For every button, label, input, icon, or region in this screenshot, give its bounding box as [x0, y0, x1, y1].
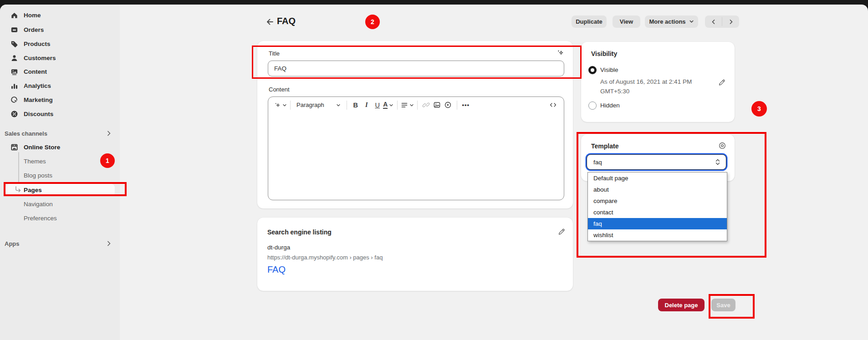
- title-input[interactable]: [268, 61, 564, 76]
- link-icon[interactable]: [421, 99, 432, 111]
- italic-button[interactable]: I: [361, 99, 372, 111]
- page-title: FAQ: [277, 16, 296, 26]
- sidebar-item-orders[interactable]: Orders: [5, 24, 115, 36]
- toolbar-divider: [290, 101, 291, 110]
- dropdown-option-faq-highlighted[interactable]: faq: [588, 218, 727, 229]
- visibility-heading: Visibility: [591, 50, 617, 57]
- duplicate-button[interactable]: Duplicate: [572, 15, 607, 28]
- chevron-down-icon: [389, 103, 393, 107]
- view-button[interactable]: View: [613, 15, 640, 28]
- tree-corner-arrow-icon: [15, 186, 22, 193]
- more-options-icon[interactable]: •••: [460, 99, 471, 111]
- orders-icon: [10, 25, 19, 34]
- products-icon: [10, 40, 19, 48]
- sidebar-item-analytics[interactable]: Analytics: [5, 80, 115, 91]
- visible-radio-selected[interactable]: [588, 66, 597, 74]
- analytics-icon: [10, 81, 19, 90]
- underline-button[interactable]: U: [372, 99, 383, 111]
- code-view-icon[interactable]: [547, 99, 558, 111]
- template-dropdown-list: Default page about compare contact faq w…: [587, 172, 727, 241]
- alignment-button[interactable]: [401, 99, 414, 111]
- title-field-label: Title: [269, 50, 280, 57]
- template-heading: Template: [591, 142, 618, 150]
- content-rich-text-editor[interactable]: Paragraph B I U A: [268, 96, 564, 200]
- record-pager: [705, 15, 739, 28]
- magic-sparkle-icon[interactable]: [556, 49, 564, 57]
- customers-icon: [10, 54, 19, 62]
- annotation-marker-2: 2: [365, 15, 380, 29]
- nav-tree-line: [18, 152, 19, 185]
- sidebar-item-preferences[interactable]: Preferences: [24, 215, 57, 222]
- apps-chevron-right-icon[interactable]: [106, 240, 112, 247]
- sidebar-item-customers[interactable]: Customers: [5, 52, 115, 64]
- sidebar-item-pages-active[interactable]: Pages: [5, 184, 115, 196]
- annotation-marker-1: 1: [100, 153, 115, 168]
- sidebar-item-themes[interactable]: Themes: [24, 158, 46, 165]
- sidebar-item-products[interactable]: Products: [5, 38, 115, 50]
- top-bar: [0, 0, 868, 5]
- previous-page-button[interactable]: [705, 15, 722, 28]
- visibility-edit-pencil-icon[interactable]: [718, 78, 726, 86]
- back-arrow-icon[interactable]: [265, 17, 274, 26]
- hidden-radio-label: Hidden: [600, 102, 620, 109]
- insert-image-icon[interactable]: [432, 99, 443, 111]
- sales-channels-chevron-right-icon[interactable]: [106, 130, 112, 137]
- text-color-button[interactable]: A: [383, 99, 394, 111]
- discounts-icon: [10, 110, 19, 118]
- bold-button[interactable]: B: [350, 99, 361, 111]
- sidebar-item-marketing[interactable]: Marketing: [5, 94, 115, 106]
- dropdown-option-default-page[interactable]: Default page: [588, 173, 727, 184]
- editor-magic-icon[interactable]: [274, 99, 287, 111]
- delete-page-button[interactable]: Delete page: [658, 299, 705, 311]
- chevron-down-icon: [689, 19, 694, 24]
- apps-label: Apps: [5, 240, 20, 247]
- editor-content-area[interactable]: [268, 113, 564, 199]
- seo-url-breadcrumb: https://dt-durga.myshopify.com › pages ›…: [267, 254, 383, 261]
- marketing-icon: [10, 96, 19, 104]
- shopify-admin-window: Home Orders Products Customers Content A…: [0, 0, 868, 340]
- hidden-radio-unselected[interactable]: [588, 101, 597, 110]
- store-icon: [10, 143, 19, 152]
- toolbar-divider: [347, 101, 347, 110]
- sidebar-item-blog-posts[interactable]: Blog posts: [24, 172, 52, 179]
- visible-radio-label: Visible: [600, 66, 618, 73]
- editor-toolbar: Paragraph B I U A: [268, 97, 564, 113]
- save-button-disabled[interactable]: Save: [711, 299, 735, 311]
- next-page-button[interactable]: [722, 15, 739, 28]
- paragraph-style-dropdown[interactable]: Paragraph: [294, 99, 343, 111]
- template-selected-value: faq: [593, 159, 602, 166]
- sidebar-item-discounts[interactable]: Discounts: [5, 108, 115, 120]
- seo-edit-pencil-icon[interactable]: [557, 228, 566, 236]
- dropdown-option-about[interactable]: about: [588, 184, 727, 195]
- toolbar-divider: [457, 101, 457, 110]
- more-actions-button[interactable]: More actions: [645, 15, 698, 28]
- select-updown-chevrons-icon: [715, 158, 720, 166]
- home-icon: [10, 11, 19, 20]
- chevron-down-icon: [336, 103, 341, 107]
- dropdown-option-wishlist[interactable]: wishlist: [588, 229, 727, 241]
- sidebar-item-navigation[interactable]: Navigation: [24, 201, 53, 208]
- dropdown-option-compare[interactable]: compare: [588, 195, 727, 207]
- content-field-label: Content: [269, 86, 290, 93]
- dropdown-option-contact[interactable]: contact: [588, 207, 727, 218]
- annotation-marker-3: 3: [751, 101, 767, 117]
- toolbar-divider: [397, 101, 398, 110]
- sidebar-item-online-store[interactable]: Online Store: [5, 141, 115, 153]
- seo-site-name: dt-durga: [267, 244, 290, 251]
- content-icon: [10, 67, 19, 76]
- sales-channels-label: Sales channels: [5, 130, 47, 137]
- visibility-date-note: As of August 16, 2021 at 2:41 PM GMT+5:3…: [600, 77, 715, 96]
- template-select[interactable]: faq: [587, 154, 726, 170]
- toolbar-divider: [417, 101, 418, 110]
- sidebar-item-content[interactable]: Content: [5, 66, 115, 77]
- template-preview-eye-icon[interactable]: [718, 142, 726, 150]
- seo-heading: Search engine listing: [267, 228, 332, 236]
- insert-video-icon[interactable]: [443, 99, 454, 111]
- chevron-down-icon: [409, 103, 414, 107]
- seo-page-link[interactable]: FAQ: [267, 264, 286, 275]
- sidebar-item-home[interactable]: Home: [5, 9, 115, 21]
